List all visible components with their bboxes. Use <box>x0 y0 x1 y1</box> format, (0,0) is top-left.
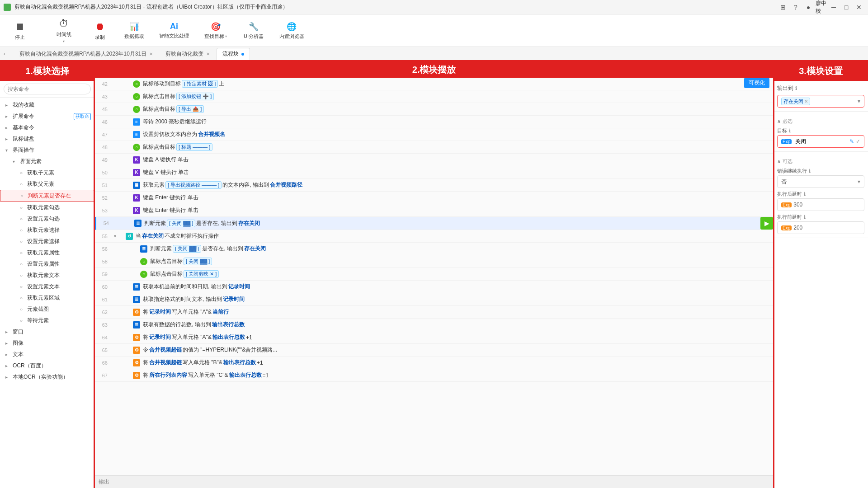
tree-item[interactable]: ○获取元素文本 <box>0 270 94 281</box>
code-row[interactable]: 66⚙将 合并视频超链 写入单元格 "B"&输出表行总数+1 <box>95 357 773 369</box>
tab-main[interactable]: 剪映自动化混合裁变视频RPA机器人2023年10月31日 ✕ <box>14 48 159 61</box>
close-btn[interactable]: ✕ <box>854 2 864 13</box>
footer-label: 输出 <box>99 478 109 486</box>
chevron-optional[interactable]: ∧ <box>777 159 781 164</box>
pre-delay-row[interactable]: Exp 200 <box>777 221 864 234</box>
ai-icon: Ai <box>170 22 178 31</box>
code-row[interactable]: 45○鼠标点击目标 [ 导出 📤 ] <box>95 103 773 116</box>
code-text: 键盘 A 键执行 单击 <box>143 156 189 164</box>
output-dropdown-arrow[interactable]: ▾ <box>858 98 860 104</box>
code-row[interactable]: 46≡等待 2000 毫秒后继续运行 <box>95 116 773 128</box>
tree-item[interactable]: ○设置元素选择 <box>0 236 94 247</box>
code-content: 获取指定格式的时间文本, 输出到 记录时间 <box>141 294 773 305</box>
code-row[interactable]: 63≣获取有数据的行总数, 输出到 输出表行总数 <box>95 319 773 331</box>
code-row[interactable]: 64⚙将 记录时间 写入单元格 "A"&输出表行总数+1 <box>95 331 773 344</box>
user-icon[interactable]: ● <box>803 2 814 13</box>
target-actions: ✎ ✓ <box>849 138 860 145</box>
code-row[interactable]: 43○鼠标点击目标 [ 添加按钮 ➕ ] <box>95 90 773 103</box>
minimize-btn[interactable]: ─ <box>828 2 839 13</box>
code-row[interactable]: 67⚙将 所在行列表内容 写入单元格 "C"&输出表行总数=1 <box>95 369 773 382</box>
code-row[interactable]: 53K键盘 Enter 键执行 单击 <box>95 204 773 217</box>
time-button[interactable]: ⏱ 时间线 ▾ <box>46 17 82 44</box>
code-content: 键盘 Enter 键执行 单击 <box>141 205 773 216</box>
code-row[interactable]: 51≣获取元素 [ 导出视频路径 ——— ] 的文本内容, 输出到 合并视频路径 <box>95 179 773 192</box>
search-input[interactable] <box>4 84 91 94</box>
code-row[interactable]: 52K键盘 Enter 键执行 单击 <box>95 192 773 204</box>
code-row[interactable]: 59○鼠标点击目标 [ 关闭剪映 ✕ ] <box>95 268 773 281</box>
tree-item[interactable]: ▸窗口 <box>0 326 94 338</box>
output-tag-close[interactable]: ✕ <box>804 99 808 104</box>
back-icon[interactable]: ← <box>2 49 10 59</box>
code-row[interactable]: 58○鼠标点击目标 [ 关闭 ▓▓ ] <box>95 255 773 268</box>
tree-item[interactable]: ▸OCR（百度） <box>0 360 94 371</box>
tab-flow1-close[interactable]: ✕ <box>206 52 210 56</box>
tree-item[interactable]: ○获取父元素 <box>0 178 94 190</box>
tree-item[interactable]: ▸我的收藏 <box>0 99 94 111</box>
app-icon <box>4 4 11 11</box>
tree-item-label: 本地OCR（实验功能） <box>13 373 68 381</box>
find-button[interactable]: 🎯 查找目标▾ <box>198 17 234 44</box>
ai-button[interactable]: Ai 智能文比处理 <box>154 17 194 44</box>
browser-button[interactable]: 🌐 内置浏览器 <box>274 17 310 44</box>
tab-flow2[interactable]: 流程块 <box>217 48 250 61</box>
run-button[interactable]: ▶ <box>760 217 773 230</box>
code-row[interactable]: 62⚙将 记录时间 写入单元格 "A"&当前行 <box>95 306 773 319</box>
tree-item[interactable]: ○判断元素是否存在 <box>0 190 94 202</box>
tree-item[interactable]: ○获取元素勾选 <box>0 202 94 213</box>
tree-item[interactable]: ▸本地OCR（实验功能） <box>0 371 94 383</box>
data-button[interactable]: 📊 数据抓取 <box>118 17 151 44</box>
tree-item-badge[interactable]: 获取命 <box>74 113 91 120</box>
help-icon[interactable]: ? <box>790 2 801 13</box>
tree-item[interactable]: ▾界面操作 <box>0 145 94 156</box>
tree-item[interactable]: ○获取子元素 <box>0 167 94 178</box>
grid-icon[interactable]: ⊞ <box>778 2 788 13</box>
tree-item[interactable]: ○获取元素属性 <box>0 247 94 258</box>
visualize-button[interactable]: 可视化 <box>744 78 769 88</box>
record-button[interactable]: ⏺ 录制 <box>85 17 114 44</box>
tree-item[interactable]: ○设置元素属性 <box>0 258 94 270</box>
code-row[interactable]: 61≣获取指定格式的时间文本, 输出到 记录时间 <box>95 293 773 306</box>
tree-arrow-icon: ▸ <box>5 329 11 334</box>
tab-main-close[interactable]: ✕ <box>149 52 153 56</box>
code-row[interactable]: 56≣判断元素 [ 关闭 ▓▓ ] 是否存在, 输出到 存在关闭 <box>95 243 773 255</box>
check-icon[interactable]: ✓ <box>856 138 860 145</box>
tree-item[interactable]: ○等待元素 <box>0 315 94 326</box>
edit-icon[interactable]: ✎ <box>849 138 854 145</box>
tree-item[interactable]: ▸基本命令 <box>0 122 94 133</box>
code-row[interactable]: 48○鼠标点击目标 [ 标题 ——— ] <box>95 141 773 154</box>
output-tag-row[interactable]: 存在关闭 ✕ ▾ <box>777 95 864 108</box>
tree-item[interactable]: ○获取元素区域 <box>0 292 94 304</box>
code-row[interactable]: 65⚙令 合并视频超链 的值为 "=HYPERLINK(""&合并视频路... <box>95 344 773 357</box>
stop-button[interactable]: ⏹ 停止 <box>5 17 34 44</box>
title-text: 剪映自动化混合裁变视频RPA机器人2023年10月31日 - 流程创建者（UiB… <box>14 3 288 11</box>
ai-label: 智能文比处理 <box>159 33 189 39</box>
post-delay-row[interactable]: Exp 300 <box>777 198 864 211</box>
code-text: 键盘 Enter 键执行 单击 <box>143 194 198 202</box>
tree-item[interactable]: ○获取元素选择 <box>0 225 94 236</box>
ui-button[interactable]: 🔧 UI分析器 <box>237 17 270 44</box>
code-row[interactable]: 49K键盘 A 键执行 单击 <box>95 154 773 166</box>
error-dropdown[interactable]: ▾ <box>858 178 860 185</box>
maximize-btn[interactable]: □ <box>841 2 852 13</box>
tree-item[interactable]: ▸文本 <box>0 349 94 360</box>
tree-arrow-icon: ▸ <box>5 136 11 141</box>
code-row[interactable]: 47≡设置剪切板文本内容为 合并视频名 <box>95 128 773 141</box>
code-row[interactable]: 50K键盘 V 键执行 单击 <box>95 166 773 179</box>
target-input-row[interactable]: Exp 关闭 ✎ ✓ <box>777 135 864 148</box>
tree-item[interactable]: ▾界面元素 <box>0 156 94 167</box>
code-text: 将 <box>143 308 148 316</box>
tree-item[interactable]: ▸鼠标键盘 <box>0 133 94 145</box>
tree-item[interactable]: ○元素截图 <box>0 304 94 315</box>
chevron-required[interactable]: ∧ <box>777 118 781 124</box>
code-row[interactable]: 42○鼠标移动到目标 [ 指定素材 🖼 ] 上 <box>95 78 773 90</box>
code-row[interactable]: 54≣判断元素 [ 关闭 ▓▓ ] 是否存在, 输出到 存在关闭▶ <box>95 217 773 230</box>
code-row[interactable]: 55▾↺当 存在关闭 不成立时循环执行操作 <box>95 230 773 243</box>
code-row[interactable]: 60≣获取本机当前的时间和日期, 输出到 记录时间 <box>95 281 773 293</box>
tree-item[interactable]: ▸图像 <box>0 338 94 349</box>
line-number: 62 <box>95 310 111 315</box>
expand-button[interactable]: ▾ <box>111 234 118 239</box>
tab-flow1[interactable]: 剪映自动化裁变 ✕ <box>160 48 216 61</box>
tree-item[interactable]: ○设置元素文本 <box>0 281 94 292</box>
tree-item[interactable]: ○设置元素勾选 <box>0 213 94 225</box>
tree-item[interactable]: ▸扩展命令获取命 <box>0 111 94 122</box>
